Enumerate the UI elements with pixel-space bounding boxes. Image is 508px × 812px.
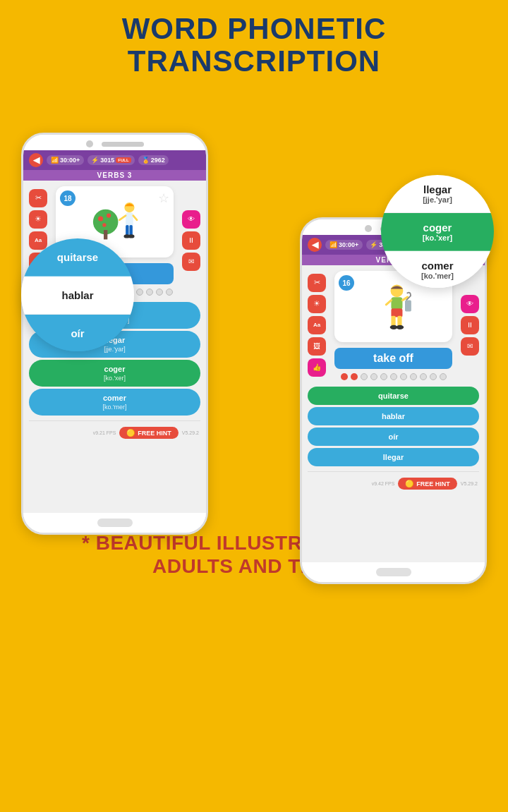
hint-label-left: FREE HINT <box>138 430 171 437</box>
svg-point-3 <box>107 214 111 218</box>
bubble-right: llegar [jje.'yar] coger [ko.'xer] comer … <box>381 175 494 288</box>
phone-left-back-btn[interactable]: ◀ <box>29 153 43 167</box>
main-title: WORD PHONETIC TRANSCRIPTION <box>122 13 387 78</box>
svg-point-12 <box>128 235 134 238</box>
phone-left-hint-bar: v9.21 FPS 🟡 FREE HINT V5.29.2 <box>23 424 206 443</box>
svg-line-15 <box>386 301 391 305</box>
wifi-icon: 📶 <box>51 157 59 164</box>
answer-btn-3[interactable]: coger[ko.'xer] <box>29 360 200 387</box>
phone-right-bottom <box>302 562 485 582</box>
phone-left-timer: 📶 30:00+ <box>47 155 84 165</box>
dot-inactive-r6 <box>390 373 397 380</box>
phone-right-card-badge: 16 <box>339 275 354 291</box>
dot-inactive-r3 <box>361 373 368 380</box>
mail-icon-right[interactable]: ✉ <box>461 337 479 356</box>
eye-icon-left[interactable]: 👁 <box>182 210 200 229</box>
wifi-icon-right: 📶 <box>329 241 337 248</box>
phone-right-camera <box>365 225 372 232</box>
medal-icon-left: 🏅 <box>142 157 150 164</box>
answer-btn-r3[interactable]: oír <box>308 428 479 446</box>
hint-coin-icon-right: 🟡 <box>405 480 413 487</box>
version-right: V5.29.2 <box>461 481 478 486</box>
scissors-icon-right[interactable]: ✂ <box>308 274 326 292</box>
svg-point-4 <box>102 224 106 227</box>
dot-inactive-r10 <box>430 373 437 380</box>
bubble-right-item-1-phonetic: [jje.'yar] <box>423 195 452 204</box>
phone-right-icons-left: ✂ ☀ Aa 🖼 👍 <box>302 271 329 380</box>
svg-rect-1 <box>104 230 107 239</box>
hint-btn-left[interactable]: 🟡 FREE HINT <box>119 427 179 439</box>
bubble-right-item-3-phonetic: [ko.'mer] <box>421 272 454 280</box>
phone-right-dots <box>329 373 458 380</box>
fps-right: v9.42 FPS <box>372 481 395 486</box>
phone-right-back-btn[interactable]: ◀ <box>308 238 322 252</box>
phone-left-level: VERBS 3 <box>23 170 206 181</box>
dot-inactive <box>166 289 173 296</box>
text-icon-left[interactable]: Aa <box>29 231 47 250</box>
hint-btn-right[interactable]: 🟡 FREE HINT <box>398 478 457 490</box>
answer-btn-r2[interactable]: hablar <box>308 407 479 425</box>
phone-left-score: ⚡ 3015 FULL <box>87 155 134 165</box>
phone-left-main: ✂ ☀ Aa 🖼 👍 18 ☆ <box>23 181 206 513</box>
phone-left-card-badge: 18 <box>60 190 75 206</box>
phone-right-timer: 📶 30:00+ <box>325 240 363 250</box>
svg-rect-22 <box>405 301 411 312</box>
text-icon-right[interactable]: Aa <box>308 316 326 334</box>
image-icon-right[interactable]: 🖼 <box>308 337 326 356</box>
phone-left-coins: 🏅 2962 <box>138 155 169 165</box>
home-btn-right[interactable] <box>376 568 411 576</box>
phone-left-speaker <box>102 142 144 147</box>
dot-inactive-r11 <box>440 373 447 380</box>
dot-inactive-r5 <box>380 373 387 380</box>
fps-left: v9.21 FPS <box>93 430 116 435</box>
thumb-icon-right[interactable]: 👍 <box>308 358 326 377</box>
phone-left-camera <box>86 140 93 147</box>
separator-right <box>308 471 479 472</box>
eye-icon-right[interactable]: 👁 <box>461 295 479 313</box>
lightning-icon-right: ⚡ <box>370 241 377 248</box>
phone-right-illustration <box>365 277 422 337</box>
phone-left-card-star: ☆ <box>158 190 169 206</box>
bubble-right-item-3-label: comer <box>421 260 454 272</box>
phone-right-answers: quitarse hablar oír llegar <box>302 384 485 468</box>
answer-btn-r4[interactable]: llegar <box>308 448 479 466</box>
hint-label-right: FREE HINT <box>416 480 450 487</box>
home-btn-left[interactable] <box>97 519 133 527</box>
answer-btn-r1[interactable]: quitarse <box>308 387 479 405</box>
pause-icon-right[interactable]: ⏸ <box>461 316 479 334</box>
bubble-left-item-1: quitarse <box>57 251 98 263</box>
phone-left-icons-right: 👁 ⏸ ✉ <box>179 207 206 274</box>
svg-rect-6 <box>126 213 133 227</box>
svg-point-21 <box>396 325 404 329</box>
bubble-left-item-2: hablar <box>61 289 93 301</box>
bubble-right-item-1-label: llegar <box>423 183 452 195</box>
sun-icon-left[interactable]: ☀ <box>29 210 47 229</box>
dot-inactive-r7 <box>400 373 407 380</box>
hint-coin-icon-left: 🟡 <box>126 429 135 437</box>
separator-left <box>29 420 200 421</box>
phone-right-icons-right: 👁 ⏸ ✉ <box>458 292 485 358</box>
sun-icon-right[interactable]: ☀ <box>308 295 326 313</box>
lightning-icon-left: ⚡ <box>91 157 99 164</box>
bubble-right-item-2-label: coger <box>423 222 452 234</box>
version-left: V5.29.2 <box>182 430 199 435</box>
phone-left-bottom <box>23 513 206 533</box>
phone-right-hint-bar: v9.42 FPS 🟡 FREE HINT V5.29.2 <box>302 475 485 494</box>
dot-inactive-r4 <box>370 373 377 380</box>
bubble-left: quitarse hablar oír <box>21 238 134 351</box>
phone-left-statusbar: ◀ 📶 30:00+ ⚡ 3015 FULL 🏅 2962 <box>23 150 206 170</box>
dot-inactive <box>156 289 163 296</box>
svg-line-10 <box>133 216 136 220</box>
phone-right-word: take off <box>334 348 452 369</box>
scissors-icon-left[interactable]: ✂ <box>29 189 47 207</box>
phone-right-main: ✂ ☀ Aa 🖼 👍 16 ☆ <box>302 265 485 562</box>
svg-rect-17 <box>391 309 402 317</box>
bubble-right-item-2-phonetic: [ko.'xer] <box>423 234 452 242</box>
svg-line-9 <box>119 216 126 220</box>
answer-btn-4[interactable]: comer[ko.'mer] <box>29 389 200 416</box>
pause-icon-left[interactable]: ⏸ <box>182 231 200 250</box>
dot-inactive-r8 <box>410 373 417 380</box>
svg-point-2 <box>98 217 103 222</box>
dot-inactive <box>136 289 143 296</box>
mail-icon-left[interactable]: ✉ <box>182 253 200 271</box>
